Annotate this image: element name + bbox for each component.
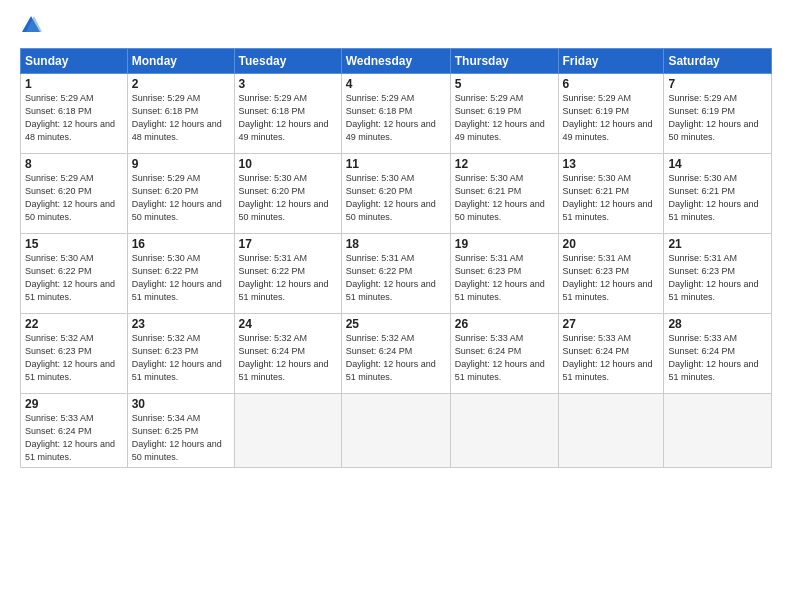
day-number: 15	[25, 237, 123, 251]
day-info: Sunrise: 5:29 AMSunset: 6:19 PMDaylight:…	[668, 93, 758, 142]
day-cell: 17 Sunrise: 5:31 AMSunset: 6:22 PMDaylig…	[234, 234, 341, 314]
day-cell: 22 Sunrise: 5:32 AMSunset: 6:23 PMDaylig…	[21, 314, 128, 394]
day-info: Sunrise: 5:33 AMSunset: 6:24 PMDaylight:…	[668, 333, 758, 382]
day-number: 26	[455, 317, 554, 331]
day-number: 8	[25, 157, 123, 171]
day-cell: 23 Sunrise: 5:32 AMSunset: 6:23 PMDaylig…	[127, 314, 234, 394]
day-cell: 14 Sunrise: 5:30 AMSunset: 6:21 PMDaylig…	[664, 154, 772, 234]
col-header-thursday: Thursday	[450, 49, 558, 74]
day-info: Sunrise: 5:31 AMSunset: 6:23 PMDaylight:…	[455, 253, 545, 302]
week-row-3: 15 Sunrise: 5:30 AMSunset: 6:22 PMDaylig…	[21, 234, 772, 314]
day-cell: 8 Sunrise: 5:29 AMSunset: 6:20 PMDayligh…	[21, 154, 128, 234]
day-cell: 18 Sunrise: 5:31 AMSunset: 6:22 PMDaylig…	[341, 234, 450, 314]
day-number: 3	[239, 77, 337, 91]
day-number: 4	[346, 77, 446, 91]
day-cell: 15 Sunrise: 5:30 AMSunset: 6:22 PMDaylig…	[21, 234, 128, 314]
day-cell: 21 Sunrise: 5:31 AMSunset: 6:23 PMDaylig…	[664, 234, 772, 314]
day-number: 14	[668, 157, 767, 171]
day-cell: 29 Sunrise: 5:33 AMSunset: 6:24 PMDaylig…	[21, 394, 128, 468]
day-cell: 1 Sunrise: 5:29 AMSunset: 6:18 PMDayligh…	[21, 74, 128, 154]
logo	[20, 16, 46, 38]
day-cell	[664, 394, 772, 468]
day-number: 19	[455, 237, 554, 251]
day-cell: 10 Sunrise: 5:30 AMSunset: 6:20 PMDaylig…	[234, 154, 341, 234]
col-header-tuesday: Tuesday	[234, 49, 341, 74]
day-cell: 24 Sunrise: 5:32 AMSunset: 6:24 PMDaylig…	[234, 314, 341, 394]
day-info: Sunrise: 5:29 AMSunset: 6:20 PMDaylight:…	[25, 173, 115, 222]
day-number: 11	[346, 157, 446, 171]
col-header-saturday: Saturday	[664, 49, 772, 74]
day-number: 5	[455, 77, 554, 91]
day-info: Sunrise: 5:33 AMSunset: 6:24 PMDaylight:…	[563, 333, 653, 382]
day-number: 25	[346, 317, 446, 331]
day-number: 1	[25, 77, 123, 91]
header	[20, 16, 772, 38]
day-info: Sunrise: 5:33 AMSunset: 6:24 PMDaylight:…	[25, 413, 115, 462]
day-info: Sunrise: 5:31 AMSunset: 6:22 PMDaylight:…	[239, 253, 329, 302]
day-cell	[234, 394, 341, 468]
day-number: 18	[346, 237, 446, 251]
day-info: Sunrise: 5:29 AMSunset: 6:19 PMDaylight:…	[563, 93, 653, 142]
day-info: Sunrise: 5:32 AMSunset: 6:24 PMDaylight:…	[239, 333, 329, 382]
day-cell: 5 Sunrise: 5:29 AMSunset: 6:19 PMDayligh…	[450, 74, 558, 154]
day-cell: 11 Sunrise: 5:30 AMSunset: 6:20 PMDaylig…	[341, 154, 450, 234]
day-number: 16	[132, 237, 230, 251]
day-info: Sunrise: 5:30 AMSunset: 6:22 PMDaylight:…	[132, 253, 222, 302]
day-cell: 25 Sunrise: 5:32 AMSunset: 6:24 PMDaylig…	[341, 314, 450, 394]
day-number: 29	[25, 397, 123, 411]
day-info: Sunrise: 5:30 AMSunset: 6:21 PMDaylight:…	[455, 173, 545, 222]
logo-icon	[20, 14, 42, 36]
day-number: 13	[563, 157, 660, 171]
day-info: Sunrise: 5:30 AMSunset: 6:22 PMDaylight:…	[25, 253, 115, 302]
day-number: 22	[25, 317, 123, 331]
page: SundayMondayTuesdayWednesdayThursdayFrid…	[0, 0, 792, 612]
week-row-2: 8 Sunrise: 5:29 AMSunset: 6:20 PMDayligh…	[21, 154, 772, 234]
week-row-1: 1 Sunrise: 5:29 AMSunset: 6:18 PMDayligh…	[21, 74, 772, 154]
day-info: Sunrise: 5:30 AMSunset: 6:20 PMDaylight:…	[239, 173, 329, 222]
day-number: 6	[563, 77, 660, 91]
day-cell: 4 Sunrise: 5:29 AMSunset: 6:18 PMDayligh…	[341, 74, 450, 154]
day-number: 7	[668, 77, 767, 91]
day-cell: 16 Sunrise: 5:30 AMSunset: 6:22 PMDaylig…	[127, 234, 234, 314]
day-cell: 12 Sunrise: 5:30 AMSunset: 6:21 PMDaylig…	[450, 154, 558, 234]
day-number: 27	[563, 317, 660, 331]
day-cell: 30 Sunrise: 5:34 AMSunset: 6:25 PMDaylig…	[127, 394, 234, 468]
day-cell: 3 Sunrise: 5:29 AMSunset: 6:18 PMDayligh…	[234, 74, 341, 154]
day-cell: 2 Sunrise: 5:29 AMSunset: 6:18 PMDayligh…	[127, 74, 234, 154]
day-info: Sunrise: 5:34 AMSunset: 6:25 PMDaylight:…	[132, 413, 222, 462]
week-row-5: 29 Sunrise: 5:33 AMSunset: 6:24 PMDaylig…	[21, 394, 772, 468]
day-number: 21	[668, 237, 767, 251]
day-number: 24	[239, 317, 337, 331]
day-cell	[450, 394, 558, 468]
day-info: Sunrise: 5:31 AMSunset: 6:22 PMDaylight:…	[346, 253, 436, 302]
day-number: 2	[132, 77, 230, 91]
day-number: 12	[455, 157, 554, 171]
day-cell: 19 Sunrise: 5:31 AMSunset: 6:23 PMDaylig…	[450, 234, 558, 314]
day-number: 30	[132, 397, 230, 411]
calendar-table: SundayMondayTuesdayWednesdayThursdayFrid…	[20, 48, 772, 468]
day-info: Sunrise: 5:31 AMSunset: 6:23 PMDaylight:…	[563, 253, 653, 302]
day-info: Sunrise: 5:32 AMSunset: 6:24 PMDaylight:…	[346, 333, 436, 382]
day-cell: 28 Sunrise: 5:33 AMSunset: 6:24 PMDaylig…	[664, 314, 772, 394]
header-row: SundayMondayTuesdayWednesdayThursdayFrid…	[21, 49, 772, 74]
day-cell: 6 Sunrise: 5:29 AMSunset: 6:19 PMDayligh…	[558, 74, 664, 154]
day-info: Sunrise: 5:30 AMSunset: 6:21 PMDaylight:…	[563, 173, 653, 222]
day-number: 23	[132, 317, 230, 331]
day-info: Sunrise: 5:30 AMSunset: 6:20 PMDaylight:…	[346, 173, 436, 222]
day-cell: 20 Sunrise: 5:31 AMSunset: 6:23 PMDaylig…	[558, 234, 664, 314]
day-info: Sunrise: 5:29 AMSunset: 6:18 PMDaylight:…	[25, 93, 115, 142]
day-cell	[341, 394, 450, 468]
day-cell	[558, 394, 664, 468]
day-info: Sunrise: 5:29 AMSunset: 6:18 PMDaylight:…	[132, 93, 222, 142]
week-row-4: 22 Sunrise: 5:32 AMSunset: 6:23 PMDaylig…	[21, 314, 772, 394]
day-info: Sunrise: 5:32 AMSunset: 6:23 PMDaylight:…	[25, 333, 115, 382]
day-cell: 9 Sunrise: 5:29 AMSunset: 6:20 PMDayligh…	[127, 154, 234, 234]
day-info: Sunrise: 5:29 AMSunset: 6:20 PMDaylight:…	[132, 173, 222, 222]
day-number: 20	[563, 237, 660, 251]
col-header-friday: Friday	[558, 49, 664, 74]
day-info: Sunrise: 5:29 AMSunset: 6:18 PMDaylight:…	[239, 93, 329, 142]
col-header-sunday: Sunday	[21, 49, 128, 74]
day-cell: 7 Sunrise: 5:29 AMSunset: 6:19 PMDayligh…	[664, 74, 772, 154]
day-number: 28	[668, 317, 767, 331]
day-info: Sunrise: 5:31 AMSunset: 6:23 PMDaylight:…	[668, 253, 758, 302]
